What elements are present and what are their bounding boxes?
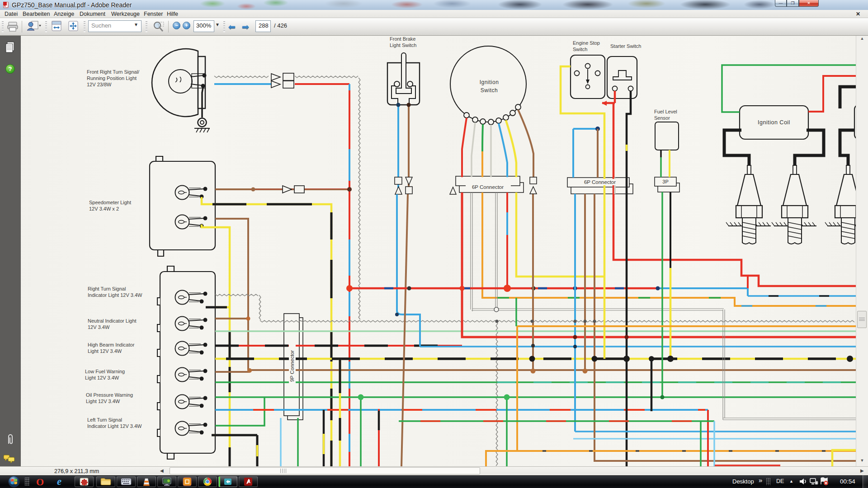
svg-text:Right Turn Signal: Right Turn Signal: [88, 286, 126, 291]
svg-text:Switch: Switch: [481, 87, 498, 94]
svg-text:3P: 3P: [662, 179, 668, 184]
svg-text:Engine Stop: Engine Stop: [573, 40, 600, 46]
svg-text:12V 3.4W: 12V 3.4W: [88, 324, 110, 330]
svg-text:Light 12V 3.4W: Light 12V 3.4W: [85, 375, 119, 380]
svg-text:Neutral Indicator Light: Neutral Indicator Light: [88, 318, 137, 324]
svg-text:6P Connector: 6P Connector: [472, 184, 504, 190]
svg-text:Light 12V 3.4W: Light 12V 3.4W: [88, 348, 122, 354]
svg-text:Speedometer Light: Speedometer Light: [89, 200, 131, 205]
svg-text:A: A: [4, 4, 6, 7]
svg-text:Indicator Light 12V 3.4W: Indicator Light 12V 3.4W: [87, 423, 142, 429]
svg-text:Switch: Switch: [573, 47, 587, 52]
svg-text:Oil Pressure Warning: Oil Pressure Warning: [86, 392, 133, 398]
svg-text:9P Connector: 9P Connector: [289, 350, 295, 382]
svg-text:Running Position Light: Running Position Light: [87, 75, 137, 81]
svg-text:Indicator Light 12V 3.4W: Indicator Light 12V 3.4W: [88, 292, 142, 298]
svg-text:Low Fuel Warning: Low Fuel Warning: [85, 369, 125, 374]
svg-text:Light Switch: Light Switch: [390, 42, 416, 48]
svg-text:Sensor: Sensor: [654, 115, 670, 121]
svg-text:Starter Switch: Starter Switch: [610, 43, 641, 49]
svg-text:Fuel Level: Fuel Level: [654, 109, 677, 114]
svg-text:Ignition: Ignition: [480, 79, 499, 85]
svg-text:Ignition Coil: Ignition Coil: [758, 119, 790, 126]
svg-text:12V 3.4W x 2: 12V 3.4W x 2: [89, 206, 119, 211]
svg-text:12V 23/8W: 12V 23/8W: [87, 82, 112, 87]
svg-text:Left Turn Signal: Left Turn Signal: [87, 417, 122, 422]
svg-text:Light 12V 3.4W: Light 12V 3.4W: [86, 399, 120, 404]
svg-text:6P Connector: 6P Connector: [584, 179, 616, 185]
svg-text:Front Brake: Front Brake: [390, 36, 415, 42]
svg-text:High Bearm Indicator: High Bearm Indicator: [88, 342, 135, 347]
svg-text:Front Right Turn Signal/: Front Right Turn Signal/: [87, 69, 140, 75]
